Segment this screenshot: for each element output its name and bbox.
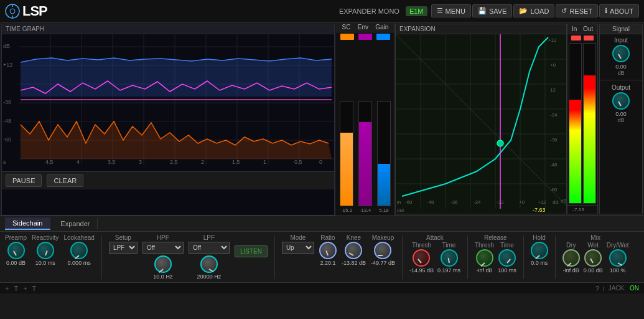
signal-output-value: 0.00 <box>615 111 627 117</box>
info-icon[interactable]: i <box>603 285 604 292</box>
signal-title: Signal <box>600 24 642 34</box>
time-graph-title: TIME GRAPH <box>2 24 334 34</box>
sc-bar-value-sc: -15.2 <box>341 207 352 213</box>
signal-panel: Signal Input 0.00 dB Output 0.00 dB <box>599 24 643 214</box>
attack-thresh-label: Thresh <box>412 242 431 249</box>
env-col-label: Env <box>358 24 368 31</box>
dry-group: Dry -inf dB <box>562 242 580 274</box>
clear-button[interactable]: CLEAR <box>47 174 83 187</box>
svg-text:0: 0 <box>319 159 322 165</box>
wet-knob[interactable] <box>584 249 602 267</box>
attack-time-knob[interactable] <box>441 249 458 267</box>
mode-label: Mode <box>290 234 306 241</box>
expansion-svg: +12 +0 12 -24 -36 -48 -60 dB in -60 -48 … <box>396 34 566 214</box>
dry-knob[interactable] <box>562 249 580 267</box>
mode-select[interactable]: UpDown <box>282 242 314 254</box>
attack-label: Attack <box>426 234 444 241</box>
svg-text:+0: +0 <box>550 62 556 68</box>
divider-2 <box>274 236 275 279</box>
svg-line-39 <box>396 34 566 209</box>
pause-button[interactable]: PAUSE <box>6 174 42 187</box>
ratio-knob[interactable] <box>319 242 337 259</box>
svg-text:dB: dB <box>3 43 10 49</box>
sc-bar-value-env: -13.4 <box>360 207 371 213</box>
hold-label: Hold <box>533 234 546 241</box>
release-thresh-knob[interactable] <box>476 249 493 267</box>
add-icon-2[interactable]: + <box>23 285 27 292</box>
drywet-knob[interactable] <box>609 249 627 267</box>
sidechain-tab[interactable]: Sidechain <box>5 217 50 230</box>
release-time-knob[interactable] <box>498 249 516 267</box>
divider-1 <box>101 236 102 279</box>
knee-knob[interactable] <box>345 242 362 259</box>
preamp-value: 0.00 dB <box>6 260 26 266</box>
in-meter-value: -7.63 <box>572 207 584 212</box>
hpf-knob[interactable] <box>154 255 172 273</box>
wet-label: Wet <box>587 242 599 249</box>
add-icon-1[interactable]: + <box>5 285 9 292</box>
lpf-select[interactable]: Off6dB/oct12dB/oct <box>189 242 230 254</box>
release-time-label: Time <box>500 242 514 249</box>
in-label: In <box>572 26 577 32</box>
sc-swatch <box>340 34 354 40</box>
help-icon[interactable]: ? <box>595 285 599 292</box>
sc-bars-area: -15.2 -13.4 5.18 <box>336 41 394 216</box>
sc-bar-sc: -15.2 <box>340 101 353 213</box>
svg-text:dB: dB <box>553 199 559 205</box>
reactivity-knob[interactable] <box>37 242 54 259</box>
wet-value: 0.00 dB <box>584 267 603 274</box>
save-button[interactable]: 💾 SAVE <box>472 4 513 17</box>
release-header-group: Release Thresh -inf dB Time 100 ms <box>475 234 516 274</box>
lpf-knob[interactable] <box>200 255 218 273</box>
menu-button[interactable]: ☰ MENU <box>431 4 471 17</box>
svg-text:-60: -60 <box>3 136 11 143</box>
sc-bar-value-gain: 5.18 <box>379 207 389 213</box>
release-label: Release <box>484 234 507 241</box>
expander-tab[interactable]: Expander <box>53 218 98 229</box>
hold-knob[interactable] <box>531 242 548 259</box>
clip-indicators <box>567 34 597 42</box>
release-time-group: Time 100 ms <box>498 242 516 274</box>
setup-group: Setup LPFHPFBPF <box>109 234 138 254</box>
svg-text:-7.63: -7.63 <box>533 207 546 213</box>
expansion-graph: +12 +0 12 -24 -36 -48 -60 dB in -60 -48 … <box>396 34 566 214</box>
hpf-select[interactable]: Off6dB/oct12dB/oct <box>142 242 184 254</box>
makeup-knob[interactable] <box>374 242 391 259</box>
attack-thresh-knob[interactable] <box>413 249 430 267</box>
lookahead-knob[interactable] <box>70 242 88 259</box>
release-thresh-label: Thresh <box>475 242 494 249</box>
attack-sub-groups: Thresh -14.95 dB Time 0.197 ms <box>409 242 460 274</box>
divider-5 <box>523 236 524 279</box>
makeup-group: Makeup -49.77 dB <box>371 234 395 266</box>
divider-3 <box>402 236 403 279</box>
knee-label: Knee <box>347 234 361 241</box>
reset-button[interactable]: ↺ RESET <box>556 4 598 17</box>
about-button[interactable]: ℹ ABOUT <box>599 4 639 17</box>
time-graph-wrapper: TIME GRAPH <box>1 24 335 216</box>
sc-col-label: SC <box>342 24 351 31</box>
out-label: Out <box>583 26 593 32</box>
type-icon-2[interactable]: T <box>32 285 37 292</box>
sc-bar-env: -13.4 <box>358 101 372 213</box>
signal-input-knob[interactable] <box>612 45 630 62</box>
reactivity-value: 10.0 ms <box>35 260 55 266</box>
load-icon: 📂 <box>519 7 528 15</box>
drywet-value: 100 % <box>610 267 626 274</box>
signal-output-knob[interactable] <box>612 92 630 110</box>
svg-text:2: 2 <box>201 159 204 165</box>
listen-button[interactable]: LISTEN <box>235 245 268 257</box>
load-button[interactable]: 📂 LOAD <box>513 4 554 17</box>
svg-text:-36: -36 <box>3 99 11 105</box>
section-header-row: Sidechain Expander <box>0 216 644 232</box>
svg-text:s: s <box>3 159 6 165</box>
svg-text:1: 1 <box>263 159 266 165</box>
divider-6 <box>555 236 556 279</box>
svg-text:4: 4 <box>77 159 80 165</box>
mix-sub-groups: Dry -inf dB Wet 0.00 dB Dry/Wet <box>562 242 629 274</box>
status-bar: + T + T ? i JACK: ON <box>0 282 644 293</box>
setup-select[interactable]: LPFHPFBPF <box>109 242 138 254</box>
type-icon-1[interactable]: T <box>14 285 18 292</box>
makeup-value: -49.77 dB <box>371 260 395 266</box>
preamp-knob[interactable] <box>7 242 25 259</box>
attack-thresh-value: -14.95 dB <box>409 267 434 274</box>
